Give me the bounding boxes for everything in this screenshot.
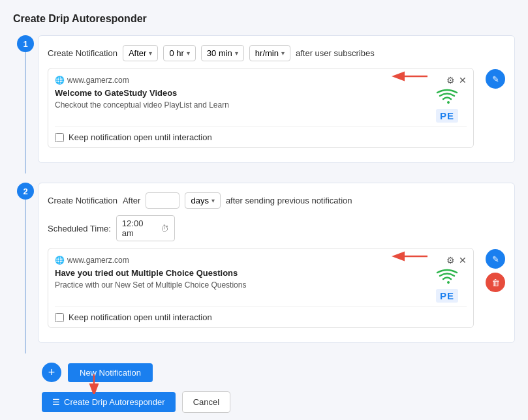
after-subscribes-label: after user subscribes [296,48,375,58]
list-icon: ☰ [52,397,60,407]
keep-open-label-1: Keep notification open until interaction [69,132,212,142]
gear-icon-2[interactable]: ⚙ [446,255,455,265]
pe-badge-1: PE [436,109,458,123]
footer-row: ☰ Create Drip Autoresponder Cancel [42,391,515,413]
card-2-url: 🌐 www.gamerz.com [55,256,129,265]
min-dropdown-1[interactable]: 30 min ▾ [201,45,244,61]
step-2-body: Create Notification After 1 days ▾ after… [38,183,515,343]
hr-dropdown-1[interactable]: 0 hr ▾ [163,45,195,61]
card-2-top-row: 🌐 www.gamerz.com ⚙ ✕ [55,255,467,265]
card-2-actions: ⚙ ✕ [446,255,467,265]
bottom-bar: + New Notification ☰ Create Drip Autores… [13,363,515,413]
card-1-desc: Checkout the conceptual video PlayList a… [55,100,421,111]
notification-card-2: 🌐 www.gamerz.com ⚙ ✕ Have you tried out … [48,248,474,328]
new-notification-button[interactable]: New Notification [68,363,153,382]
page-title: Create Drip Autoresponder [13,13,515,25]
card-1-content: Welcome to GateStudy Videos Checkout the… [55,88,467,123]
timeline-line-1 [25,52,26,173]
card-2-image: PE [427,268,467,303]
scheduled-time-label: Scheduled Time: [48,224,111,233]
days-dropdown[interactable]: days ▾ [185,192,220,209]
close-icon-2[interactable]: ✕ [459,255,467,265]
step-1-right-actions: ✎ [486,68,505,89]
days-value-input[interactable]: 1 [146,192,179,209]
card-1-text: Welcome to GateStudy Videos Checkout the… [55,88,421,123]
card-1-image: PE [427,88,467,123]
scheduled-time-row: Scheduled Time: 12:00 am ⏱ [48,215,505,241]
chevron-down-icon: ▾ [235,50,238,57]
clock-icon: ⏱ [161,224,169,233]
globe-icon: 🌐 [55,76,65,85]
create-notification-label-1: Create Notification [48,48,117,58]
chevron-down-icon: ▾ [211,197,215,204]
card-1-checkbox-row: Keep notification open until interaction [55,127,467,142]
card-2-checkbox-row: Keep notification open until interaction [55,307,467,322]
card-1-url: 🌐 www.gamerz.com [55,76,129,85]
delete-button-2[interactable]: 🗑 [486,273,505,292]
after-label-2: After [123,196,140,205]
cancel-button[interactable]: Cancel [182,391,230,413]
timeline-col-1: 1 [13,35,38,173]
time-input[interactable]: 12:00 am ⏱ [116,215,175,241]
card-1-title: Welcome to GateStudy Videos [55,88,421,98]
step-1-circle: 1 [17,35,34,52]
gear-icon[interactable]: ⚙ [446,75,455,85]
add-notification-button[interactable]: + [42,363,61,382]
step-1-body: Create Notification After ▾ 0 hr ▾ 30 mi… [38,35,515,163]
step-1-section: 1 Create Notification After ▾ 0 hr ▾ 30 … [13,35,515,173]
card-2-text: Have you tried out Multiple Choice Quest… [55,268,421,303]
close-icon[interactable]: ✕ [459,75,467,85]
timeline-col-2: 2 [13,183,38,353]
step-1-header-row: Create Notification After ▾ 0 hr ▾ 30 mi… [48,45,505,61]
card-1-top-row: 🌐 www.gamerz.com ⚙ ✕ [55,75,467,85]
new-notification-row: + New Notification [42,363,515,382]
pe-badge-2: PE [436,289,458,303]
chevron-down-icon: ▾ [149,50,152,57]
globe-icon-2: 🌐 [55,256,65,265]
edit-button-1[interactable]: ✎ [486,69,505,89]
chevron-down-icon: ▾ [281,50,285,57]
create-notification-label-2: Create Notification [48,196,117,205]
step-2-section: 2 Create Notification After 1 days ▾ aft… [13,183,515,353]
edit-button-2[interactable]: ✎ [486,249,505,269]
card-2-desc: Practice with our New Set of Multiple Ch… [55,280,421,291]
keep-open-checkbox-2[interactable] [55,313,64,322]
step-2-header-row: Create Notification After 1 days ▾ after… [48,192,505,209]
card-2-content: Have you tried out Multiple Choice Quest… [55,268,467,303]
keep-open-label-2: Keep notification open until interaction [69,312,212,322]
keep-open-checkbox-1[interactable] [55,133,64,142]
after-dropdown-1[interactable]: After ▾ [123,45,158,61]
after-sending-label: after sending previous notification [226,196,352,205]
wifi-icon-2 [435,268,459,289]
timeline-line-2 [25,200,26,353]
card-1-actions: ⚙ ✕ [446,75,467,85]
chevron-down-icon: ▾ [187,50,190,57]
card-2-title: Have you tried out Multiple Choice Quest… [55,268,421,278]
notification-card-1: 🌐 www.gamerz.com ⚙ ✕ Welcome to GateStud… [48,68,474,148]
step-2-circle: 2 [17,183,34,200]
unit-dropdown-1[interactable]: hr/min ▾ [249,45,290,61]
create-drip-autoresponder-button[interactable]: ☰ Create Drip Autoresponder [42,392,176,412]
step-2-right-actions: ✎ 🗑 [486,248,505,292]
wifi-icon-1 [435,88,459,109]
